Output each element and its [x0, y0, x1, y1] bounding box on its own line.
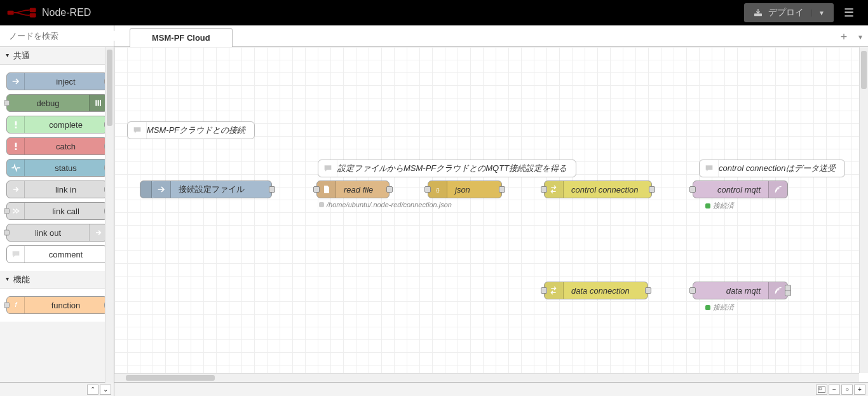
chevron-down-icon: ▸: [4, 54, 11, 57]
svg-text:{}: {}: [436, 187, 439, 193]
svg-rect-7: [97, 100, 98, 106]
logo: Node-RED: [6, 6, 91, 19]
add-tab-button[interactable]: +: [835, 27, 853, 46]
node-data-mqtt[interactable]: data mqtt: [693, 282, 788, 299]
palette-node-link-call[interactable]: link call: [6, 202, 107, 220]
workspace: MSM-PF Cloud + ▼ MSM-PFクラウドとの接続: [114, 25, 868, 396]
svg-rect-11: [15, 143, 17, 147]
file-icon: [317, 181, 336, 198]
canvas-scrollbar-horizontal[interactable]: [114, 373, 859, 382]
palette-node-link-in[interactable]: link in: [6, 181, 107, 198]
collapse-up-button[interactable]: ⌃: [87, 385, 98, 395]
nodered-logo-icon: [6, 6, 38, 19]
node-json[interactable]: {} json: [428, 181, 502, 198]
tab-flow[interactable]: MSM-PF Cloud: [130, 28, 233, 47]
palette-node-status[interactable]: status: [6, 159, 107, 177]
palette-footer: ⌃ ⌄: [0, 382, 114, 396]
node-label: control mqtt: [693, 185, 768, 195]
arrow-right-icon: [152, 181, 171, 198]
chevron-down-icon: ▼: [811, 10, 825, 17]
canvas-scrollbar-vertical[interactable]: [859, 47, 868, 373]
node-label: data mqtt: [693, 286, 768, 296]
workspace-footer: − ○ +: [114, 382, 868, 396]
category-label: 共通: [13, 50, 30, 62]
svg-rect-9: [15, 121, 17, 126]
comment-text: 設定ファイルからMSM-PFクラウドとのMQTT接続設定を得る: [337, 163, 567, 174]
link-call-icon: [7, 203, 25, 219]
svg-rect-0: [8, 11, 14, 15]
mqtt-icon: [768, 181, 787, 198]
node-status: /home/ubuntu/.node-red/connection.json: [319, 201, 452, 208]
palette-search[interactable]: [0, 25, 114, 47]
comment-icon: [700, 160, 719, 177]
svg-rect-12: [15, 148, 17, 150]
palette-node-catch[interactable]: catch: [6, 137, 107, 155]
palette-node-function[interactable]: f function: [6, 296, 107, 314]
switch-icon: [545, 181, 564, 198]
node-label: data connection: [564, 286, 648, 296]
comment-node[interactable]: control connectionはデータ送受: [699, 160, 845, 177]
node-inject[interactable]: 接続設定ファイル: [140, 181, 272, 198]
node-data-connection[interactable]: data connection: [544, 282, 648, 299]
deploy-button[interactable]: デプロイ ▼: [744, 3, 834, 22]
tab-bar: MSM-PF Cloud + ▼: [114, 25, 868, 47]
navigator-button[interactable]: [816, 385, 827, 395]
comment-icon: [7, 246, 25, 263]
node-control-mqtt[interactable]: control mqtt: [693, 181, 788, 198]
svg-rect-6: [95, 100, 97, 106]
comment-node[interactable]: 設定ファイルからMSM-PFクラウドとのMQTT接続設定を得る: [318, 160, 576, 177]
category-function[interactable]: ▸ 機能: [0, 271, 114, 289]
svg-rect-3: [754, 13, 762, 16]
palette-node-complete[interactable]: complete: [6, 116, 107, 133]
node-label: json: [447, 185, 501, 195]
node-label: control connection: [564, 185, 651, 195]
canvas[interactable]: MSM-PFクラウドとの接続 設定ファイルからMSM-PFクラウドとのMQTT接…: [114, 47, 868, 382]
node-control-connection[interactable]: control connection: [544, 181, 652, 198]
function-icon: f: [7, 297, 25, 313]
chevron-down-icon: ▸: [4, 278, 11, 281]
palette-node-inject[interactable]: inject: [6, 72, 107, 90]
app-title: Node-RED: [42, 7, 91, 18]
node-read-file[interactable]: read file: [316, 181, 390, 198]
json-icon: {}: [428, 181, 447, 198]
debug-icon: [89, 95, 107, 111]
search-input[interactable]: [9, 31, 116, 41]
svg-rect-10: [15, 126, 17, 128]
tab-menu-button[interactable]: ▼: [853, 27, 868, 46]
zoom-out-button[interactable]: −: [829, 385, 840, 395]
svg-rect-8: [100, 100, 101, 106]
link-out-icon: [89, 224, 107, 241]
svg-rect-2: [30, 13, 36, 18]
category-common[interactable]: ▸ 共通: [0, 47, 114, 65]
category-label: 機能: [13, 274, 30, 285]
node-label: 接続設定ファイル: [171, 184, 271, 195]
svg-rect-1: [30, 8, 36, 13]
node-label: read file: [336, 185, 389, 195]
collapse-down-button[interactable]: ⌄: [100, 385, 111, 395]
switch-icon: [545, 282, 564, 299]
link-in-icon: [7, 181, 25, 198]
main-menu-button[interactable]: ☰: [836, 3, 862, 22]
comment-text: control connectionはデータ送受: [719, 163, 836, 174]
comment-text: MSM-PFクラウドとの接続: [147, 125, 245, 136]
palette-node-debug[interactable]: debug: [6, 94, 107, 112]
header: Node-RED デプロイ ▼ ☰: [0, 0, 868, 25]
comment-icon: [128, 122, 147, 139]
palette-sidebar: ▸ 共通 inject debug complete catch: [0, 25, 114, 396]
node-status: 接続済: [705, 303, 734, 312]
svg-text:f: f: [15, 301, 17, 308]
svg-rect-16: [819, 388, 822, 390]
comment-node[interactable]: MSM-PFクラウドとの接続: [127, 121, 255, 139]
palette-node-link-out[interactable]: link out: [6, 224, 107, 242]
comment-icon: [318, 160, 337, 177]
palette-scrollbar[interactable]: [105, 47, 114, 383]
deploy-icon: [753, 8, 763, 18]
zoom-reset-button[interactable]: ○: [841, 385, 853, 395]
zoom-in-button[interactable]: +: [854, 385, 865, 395]
palette-node-comment[interactable]: comment: [6, 245, 107, 263]
arrow-right-icon: [7, 73, 25, 90]
inject-trigger-button[interactable]: [140, 181, 152, 198]
alert-icon: [7, 116, 25, 133]
alert-icon: [7, 138, 25, 154]
node-status: 接続済: [705, 201, 734, 210]
